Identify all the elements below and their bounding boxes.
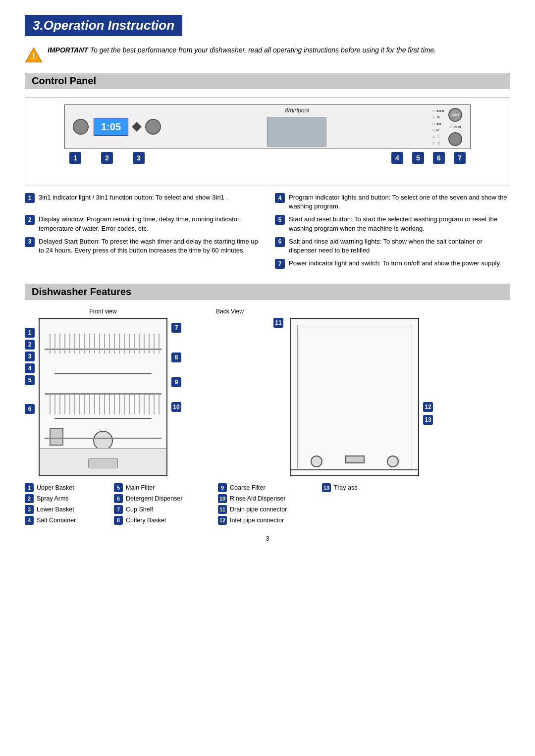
bv-num-12: 12 — [423, 402, 433, 412]
cp-num-1: 1 — [69, 152, 81, 164]
legend-num-2: 2 — [25, 494, 34, 503]
fv-num-6: 6 — [25, 404, 35, 414]
legend-label-13: Tray ass — [334, 484, 357, 491]
connector-center — [345, 455, 365, 463]
legend-num-4: 4 — [25, 516, 34, 525]
bv-num-13: 13 — [423, 415, 433, 425]
legend-num-6: 6 — [114, 494, 123, 503]
desc-item-1: 1 3in1 indicator light / 3in1 function b… — [25, 193, 260, 211]
warning-icon: ! — [25, 46, 43, 64]
cp-right-group: ○ ●●● ○ ❄ ○ ●● ○ P ○ ♡ ○ ☺ Start On/Off — [432, 108, 462, 146]
back-right-nums: 12 13 — [423, 318, 433, 425]
desc-item-7: 7 Power indicator light and switch: To t… — [275, 259, 510, 269]
back-view-label: Back View — [216, 308, 244, 315]
back-view-inner: 11 12 13 — [273, 318, 433, 476]
legend-empty-2 — [322, 505, 396, 514]
page-number: 3 — [25, 535, 510, 542]
cp-program-icons: ○ ●●● ○ ❄ ○ ●● ○ P ○ ♡ ○ ☺ — [432, 108, 444, 146]
desc-text-7: Power indicator light and switch: To tur… — [289, 259, 501, 268]
desc-num-6: 6 — [275, 237, 285, 247]
desc-text-3: Delayed Start Button: To preset the wash… — [39, 237, 260, 255]
cp-start-button[interactable]: Start — [448, 108, 462, 122]
features-legend: 1 Upper Basket 5 Main Filter 9 Coarse Fi… — [25, 483, 510, 525]
upper-tines — [46, 334, 160, 353]
legend-label-4: Salt Container — [37, 517, 76, 524]
legend-label-5: Main Filter — [126, 484, 155, 491]
important-label: IMPORTANT — [48, 46, 88, 54]
desc-text-5: Start and reset button: To start the sel… — [289, 215, 510, 233]
control-panel-section: Control Panel 1:05 Whirlpool ○ ●●● — [25, 73, 510, 269]
legend-num-8: 8 — [114, 516, 123, 525]
cp-knob-left — [73, 119, 89, 135]
door-handle — [88, 458, 118, 468]
legend-label-12: Inlet pipe connector — [230, 517, 284, 524]
bv-num-11: 11 — [273, 318, 283, 328]
legend-num-10: 10 — [218, 494, 227, 503]
legend-label-3: Lower Basket — [37, 506, 74, 513]
legend-empty-1 — [322, 494, 396, 503]
upper-spray-arm — [54, 373, 152, 374]
desc-num-5: 5 — [275, 215, 285, 225]
page-title: 3.Operation Instruction — [25, 15, 182, 36]
desc-num-4: 4 — [275, 193, 285, 203]
legend-num-12: 12 — [218, 516, 227, 525]
legend-label-7: Cup Shelf — [126, 506, 153, 513]
legend-num-3: 3 — [25, 505, 34, 514]
legend-num-7: 7 — [114, 505, 123, 514]
legend-label-11: Drain pipe connector — [230, 506, 287, 513]
cp-num-3: 3 — [133, 152, 145, 164]
legend-label-2: Spray Arms — [37, 495, 69, 502]
fv-num-10: 10 — [171, 402, 181, 412]
desc-item-6: 6 Salt and rinse aid warning lights: To … — [275, 237, 510, 255]
cp-diamond — [132, 122, 142, 132]
detergent-dispenser-box — [50, 428, 63, 446]
desc-item-empty — [25, 259, 260, 269]
legend-coarse-filter: 9 Coarse Filter — [218, 483, 317, 492]
cp-number-labels: 1 2 3 4 5 6 7 — [64, 152, 471, 164]
desc-item-2: 2 Display window: Program remaining time… — [25, 215, 260, 233]
lower-tines — [46, 395, 160, 414]
legend-detergent-dispenser: 6 Detergent Dispenser — [114, 494, 213, 503]
fv-num-3: 3 — [25, 352, 35, 361]
legend-drain-pipe: 11 Drain pipe connector — [218, 505, 317, 514]
legend-num-13: 13 — [322, 483, 331, 492]
back-inner-box — [297, 325, 412, 469]
desc-num-2: 2 — [25, 215, 35, 225]
desc-text-6: Salt and rinse aid warning lights: To sh… — [289, 237, 510, 255]
legend-label-1: Upper Basket — [37, 484, 74, 491]
brand-label: Whirlpool — [284, 107, 309, 114]
cp-num-6: 6 — [433, 152, 445, 164]
legend-spray-arms: 2 Spray Arms — [25, 494, 109, 503]
legend-label-6: Detergent Dispenser — [126, 495, 183, 502]
fv-num-2: 2 — [25, 340, 35, 350]
connector-left — [311, 455, 322, 467]
legend-tray-ass: 13 Tray ass — [322, 483, 396, 492]
desc-item-4: 4 Program indicator lights and button: T… — [275, 193, 510, 211]
desc-text-1: 3in1 indicator light / 3in1 function but… — [39, 193, 228, 202]
svg-text:!: ! — [32, 51, 35, 61]
legend-upper-basket: 1 Upper Basket — [25, 483, 109, 492]
cp-num-7: 7 — [454, 152, 466, 164]
control-panel-heading: Control Panel — [25, 73, 510, 89]
filter-circle — [93, 431, 113, 451]
lower-spray-arm — [54, 418, 152, 419]
desc-num-1: 1 — [25, 193, 35, 203]
bottom-rack-line — [45, 438, 161, 439]
legend-empty-3 — [322, 516, 396, 525]
features-diagrams-row: Front view 1 2 3 4 5 6 — [25, 308, 510, 476]
control-panel-descriptions: 1 3in1 indicator light / 3in1 function b… — [25, 193, 510, 269]
cp-center-group: Whirlpool — [167, 107, 427, 147]
front-view-container: Front view 1 2 3 4 5 6 — [25, 308, 181, 476]
cp-num-2: 2 — [101, 152, 113, 164]
dishwasher-features-heading: Dishwasher Features — [25, 284, 510, 300]
back-connectors — [291, 455, 418, 467]
cp-num-4: 4 — [391, 152, 403, 164]
cp-onoff-knob[interactable] — [448, 132, 462, 146]
legend-label-10: Rinse Aid Dispenser — [230, 495, 286, 502]
dishwasher-front-box — [39, 318, 167, 476]
door-bottom — [40, 448, 166, 475]
dishwasher-back-box — [290, 318, 419, 476]
back-bottom-line — [291, 469, 418, 470]
legend-main-filter: 5 Main Filter — [114, 483, 213, 492]
fv-num-7: 7 — [171, 323, 181, 333]
